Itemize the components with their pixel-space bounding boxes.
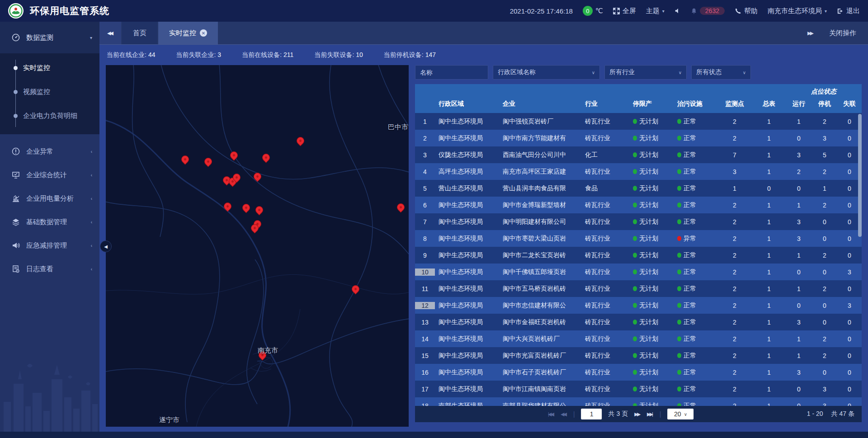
table-row[interactable]: 16阆中生态环境局阆中市石子页岩机砖厂砖瓦行业无计划正常21300	[415, 364, 862, 381]
next-page-button[interactable]: ▶▶	[634, 411, 641, 417]
cell-region: 阆中生态环境局	[435, 201, 499, 209]
table-row[interactable]: 14阆中生态环境局阆中大兴页岩机砖厂砖瓦行业无计划正常21120	[415, 330, 862, 347]
table-row[interactable]: 1阆中生态环境局阆中强锐页岩砖厂砖瓦行业无计划正常21120	[415, 113, 862, 130]
cell-halt: 0	[812, 369, 837, 376]
table-row[interactable]: 4高坪生态环境局南充市高坪区王家店建砖瓦行业无计划正常31220	[415, 163, 862, 180]
table-row[interactable]: 2阆中生态环境局阆中市南方节能建材有砖瓦行业无计划正常21030	[415, 130, 862, 146]
sidebar-item-realtime-monitoring[interactable]: 实时监控	[0, 56, 99, 80]
theme-dropdown[interactable]: 主题 ▾	[646, 7, 665, 15]
sidebar-item-enterprise-abnormal[interactable]: 企业异常 ‹	[0, 140, 99, 163]
sidebar-item-enterprise-statistics[interactable]: 企业综合统计 ‹	[0, 163, 99, 187]
cell-lost: 0	[837, 319, 862, 326]
table-scrollbar[interactable]	[858, 114, 862, 237]
cell-halt: 2	[812, 202, 837, 209]
cell-region: 阆中生态环境局	[435, 251, 499, 259]
sidebar-item-emergency-reduction[interactable]: 应急减排管理 ‹	[0, 234, 99, 257]
cell-points: 2	[717, 252, 752, 259]
table-row[interactable]: 5营山生态环境局营山县润丰肉食品有限食品无计划正常10010	[415, 180, 862, 197]
status-dot-icon	[633, 136, 637, 141]
notification-indicator[interactable]: 2632	[691, 7, 725, 15]
first-page-button[interactable]: |◀◀	[548, 411, 554, 417]
cell-halt: 5	[812, 151, 837, 159]
table-row[interactable]: 10阆中生态环境局阆中千佛镇五郎垭页岩砖瓦行业无计划正常21003	[415, 264, 862, 280]
cell-facility: 异常	[674, 235, 717, 243]
previous-page-button[interactable]: ◀◀	[561, 411, 567, 417]
cell-company: 阆中市石子页岩机砖厂	[499, 368, 581, 377]
tabs-scroll-right-button[interactable]: ▶▶	[807, 30, 814, 36]
cell-lost: 0	[837, 335, 862, 343]
cell-points: 2	[717, 218, 752, 226]
cell-meter: 1	[752, 285, 786, 292]
cell-facility: 正常	[674, 218, 717, 226]
page-size-select[interactable]: 20 ∨	[668, 409, 694, 419]
table-row[interactable]: 18南部生态环境局南部县瑞华建材有限公砖瓦行业无计划正常21030	[415, 397, 862, 406]
gauge-icon	[12, 33, 20, 42]
chevron-down-icon: ∨	[743, 70, 746, 75]
fullscreen-icon	[613, 8, 620, 14]
table-row[interactable]: 6阆中生态环境局阆中市金博瑞新型墙材砖瓦行业无计划正常21120	[415, 197, 862, 213]
column-header-stop: 停限产	[629, 84, 674, 113]
cell-facility: 正常	[674, 134, 717, 142]
table-row[interactable]: 9阆中生态环境局阆中市二龙长宝页岩砖砖瓦行业无计划正常21120	[415, 247, 862, 264]
table-row[interactable]: 7阆中生态环境局阆中明阳建材有限公司砖瓦行业无计划正常21300	[415, 213, 862, 230]
bullet-dot-icon	[14, 66, 18, 70]
cell-run: 1	[786, 285, 812, 292]
tab-realtime-monitoring[interactable]: 实时监控 ✕	[158, 22, 218, 44]
map-city-label: 南充市	[258, 346, 278, 355]
cell-halt: 2	[812, 252, 837, 259]
status-dot-icon	[677, 303, 681, 308]
map-collapse-handle[interactable]: ◀	[100, 240, 112, 252]
tabs-scroll-left-button[interactable]: ◀◀	[99, 22, 121, 44]
page-number-input[interactable]	[581, 409, 602, 419]
table-row[interactable]: 8阆中生态环境局阆中市枣碧大梁山页岩砖瓦行业无计划异常21300	[415, 230, 862, 247]
cell-points: 2	[717, 235, 752, 242]
cell-meter: 1	[752, 218, 786, 226]
cell-meter: 1	[752, 135, 786, 142]
table-row[interactable]: 12阆中生态环境局阆中市忠信建材有限公砖瓦行业无计划正常21003	[415, 297, 862, 314]
last-page-button[interactable]: ▶▶|	[647, 411, 653, 417]
cell-meter: 1	[752, 319, 786, 326]
status-filter-select[interactable]: 所有状态 ∨	[691, 65, 751, 80]
help-button[interactable]: 帮助	[735, 7, 758, 15]
cell-company: 阆中市南方节能建材有	[499, 134, 581, 142]
table-row[interactable]: 17阆中生态环境局阆中市江南镇阆南页岩砖瓦行业无计划正常21030	[415, 381, 862, 397]
cell-facility: 正常	[674, 285, 717, 293]
fullscreen-button[interactable]: 全屏	[613, 7, 636, 15]
cell-halt: 2	[812, 335, 837, 343]
tab-home[interactable]: 首页	[122, 22, 157, 44]
mute-button[interactable]	[675, 8, 681, 14]
sidebar-item-base-data-management[interactable]: 基础数据管理 ‹	[0, 210, 99, 234]
region-filter-select[interactable]: 行政区域名称 ∨	[493, 65, 600, 80]
sidebar-item-power-load-detail[interactable]: 企业电力负荷明细	[0, 104, 99, 128]
logout-button[interactable]: 退出	[837, 7, 860, 15]
cell-idx: 16	[415, 369, 435, 376]
column-header-region: 行政区域	[435, 84, 499, 113]
cell-facility: 正常	[674, 318, 717, 326]
org-dropdown[interactable]: 南充市生态环境局 ▾	[768, 7, 827, 15]
cell-meter: 1	[752, 235, 786, 242]
sidebar-item-power-usage-analysis[interactable]: 企业用电量分析 ‹	[0, 187, 99, 210]
name-filter-input[interactable]	[415, 65, 488, 80]
status-dot-icon	[633, 370, 637, 375]
cell-halt: 3	[812, 135, 837, 142]
cell-idx: 2	[415, 135, 435, 142]
cell-facility: 正常	[674, 352, 717, 360]
cell-halt: 0	[812, 302, 837, 309]
sidebar-item-log-view[interactable]: 日志查看 ‹	[0, 257, 99, 281]
close-tab-icon[interactable]: ✕	[200, 29, 207, 37]
cell-company: 西南油气田分公司川中	[499, 151, 581, 159]
cell-run: 3	[786, 151, 812, 159]
close-operations-dropdown[interactable]: 关闭操作	[829, 29, 856, 38]
table-row[interactable]: 13阆中生态环境局阆中市金福旺页岩机砖砖瓦行业无计划正常21300	[415, 314, 862, 330]
chevron-down-icon: ∨	[679, 70, 682, 75]
table-row[interactable]: 11阆中生态环境局阆中市五马桥页岩机砖砖瓦行业无计划正常21120	[415, 280, 862, 297]
cell-points: 2	[717, 302, 752, 309]
map-panel[interactable]: ◀ 巴中市南充市遂宁市	[106, 65, 409, 427]
sidebar-item-data-monitoring[interactable]: 数据监测 ▾	[0, 22, 99, 53]
table-row[interactable]: 3仪陇生态环境局西南油气田分公司川中化工无计划正常71350	[415, 146, 862, 163]
sidebar-item-video-monitoring[interactable]: 视频监控	[0, 80, 99, 104]
cell-stop: 无计划	[629, 118, 674, 126]
table-row[interactable]: 15阆中生态环境局阆中市光富页岩机砖厂砖瓦行业无计划正常21120	[415, 347, 862, 364]
industry-filter-select[interactable]: 所有行业 ∨	[604, 65, 687, 80]
cell-facility: 正常	[674, 201, 717, 209]
